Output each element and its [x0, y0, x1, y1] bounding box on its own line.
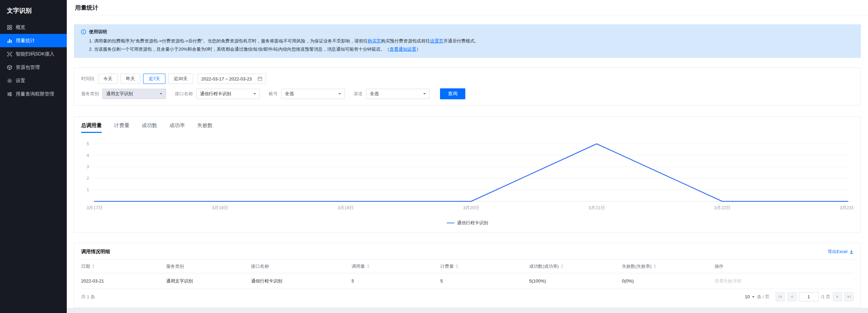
cell-failed: 0(0%) — [622, 273, 715, 289]
content: 使用说明 1. 调用量的扣费顺序为“免费资源包->付费资源包->后付费”。当您的… — [67, 15, 868, 308]
scan-icon — [7, 51, 12, 57]
time-filter-row: 时间段 今天昨天近7天近30天 2022-03-17 ~ 2022-03-23 — [81, 74, 854, 84]
sidebar-item-label: 用量统计 — [16, 38, 35, 44]
notice-line-1: 1. 调用量的扣费顺序为“免费资源包->付费资源包->后付费”。当您的免费资源包… — [89, 37, 854, 45]
sort-icon — [92, 264, 95, 268]
notice-line-2: 2. 当该服务仅剩一个可用资源包，且余量小于20%和余量为0时，系统都会通过微信… — [89, 46, 854, 53]
query-button[interactable]: 查询 — [440, 88, 465, 99]
chevron-down-icon — [160, 93, 162, 96]
svg-text:3月17日: 3月17日 — [86, 205, 103, 210]
sidebar-item-usage-stats[interactable]: 用量统计 — [0, 34, 67, 47]
service-filter-group: 服务类别 通用文字识别 — [81, 89, 166, 99]
time-range-button-3[interactable]: 近30天 — [168, 74, 193, 84]
column-header-7: 操作 — [715, 260, 854, 273]
svg-text:5: 5 — [87, 141, 89, 146]
chart-tab-4[interactable]: 失败数 — [197, 122, 213, 133]
sidebar-item-label: 资源包管理 — [16, 64, 40, 71]
api-name-select[interactable]: 通信行程卡识别 — [196, 89, 260, 99]
svg-text:3月19日: 3月19日 — [337, 205, 354, 210]
time-range-button-0[interactable]: 今天 — [98, 74, 118, 84]
chart-tab-1[interactable]: 计费量 — [114, 122, 129, 133]
usage-detail-table: 日期服务类别接口名称调用量计费量成功数(成功率)失败数(失败率)操作 2022-… — [81, 259, 854, 289]
pagination: 10 条 / 页 /1 页 — [745, 292, 854, 301]
chart-legend[interactable]: 通信行程卡识别 — [81, 219, 854, 229]
account-select[interactable]: 全选 — [281, 89, 345, 99]
sort-icon — [367, 264, 370, 268]
export-excel-link[interactable]: 导出Excel — [828, 249, 854, 255]
svg-text:3: 3 — [87, 164, 89, 169]
column-header-0[interactable]: 日期 — [81, 260, 166, 273]
notice-text: 开通后付费模式。 — [443, 38, 479, 43]
usage-line-chart: 123453月17日3月18日3月19日3月20日3月21日3月22日3月23日 — [81, 138, 854, 219]
sidebar-item-settings[interactable]: 设置 — [0, 74, 67, 87]
chevron-down-icon — [752, 296, 755, 299]
sort-icon — [653, 264, 656, 268]
settings-page-link[interactable]: 设置页 — [430, 38, 443, 43]
view-notification-settings-link[interactable]: 查看通知设置 — [390, 47, 416, 52]
sliders-icon — [7, 91, 12, 97]
channel-value: 全选 — [370, 91, 379, 97]
column-label: 接口名称 — [251, 263, 269, 270]
info-icon — [81, 29, 86, 35]
last-page-button[interactable] — [844, 292, 854, 301]
gear-icon — [7, 78, 12, 84]
sidebar-item-overview[interactable]: 概览 — [0, 21, 67, 34]
chart-metric-tabs: 总调用量计费量成功数成功率失败数 — [81, 122, 854, 133]
page-number-input[interactable] — [799, 292, 819, 301]
sidebar-item-label: 概览 — [16, 24, 25, 30]
svg-text:3月22日: 3月22日 — [714, 205, 730, 210]
chart-tab-3[interactable]: 成功率 — [169, 122, 185, 133]
column-header-1: 服务类别 — [166, 260, 251, 273]
channel-select[interactable]: 全选 — [366, 89, 430, 99]
first-page-button[interactable] — [776, 292, 785, 301]
svg-text:3月20日: 3月20日 — [463, 205, 479, 210]
chart-tab-0[interactable]: 总调用量 — [81, 122, 102, 133]
account-filter-group: 帐号 全选 — [269, 89, 345, 99]
first-page-icon — [778, 295, 782, 299]
column-header-6[interactable]: 失败数(失败率) — [622, 260, 715, 273]
column-header-4[interactable]: 计费量 — [440, 260, 529, 273]
cell-service: 通用文字识别 — [166, 273, 251, 289]
sidebar-item-usage-permission[interactable]: 用量查询权限管理 — [0, 87, 67, 101]
table-footer: 共 1 条 10 条 / 页 — [81, 292, 854, 304]
next-page-button[interactable] — [833, 292, 842, 301]
table-title: 调用情况明细 — [81, 249, 110, 255]
calendar-icon — [257, 76, 262, 81]
sidebar: 文字识别 概览用量统计智能扫码SDK接入资源包管理设置用量查询权限管理 — [0, 0, 67, 313]
time-range-button-2[interactable]: 近7天 — [143, 74, 165, 84]
buy-page-link[interactable]: 购买页 — [368, 38, 381, 43]
service-category-select[interactable]: 通用文字识别 — [102, 89, 166, 99]
notice-text: 购买预付费资源包或前往 — [381, 38, 430, 43]
page-size-select[interactable]: 10 — [745, 294, 754, 299]
package-icon — [7, 65, 12, 70]
app-root: 文字识别 概览用量统计智能扫码SDK接入资源包管理设置用量查询权限管理 用量统计… — [0, 0, 868, 313]
date-range-input[interactable]: 2022-03-17 ~ 2022-03-23 — [198, 74, 266, 84]
table-header-bar: 调用情况明细 导出Excel — [81, 249, 854, 255]
column-label: 成功数(成功率) — [529, 263, 559, 270]
page-bottom-strip — [67, 308, 868, 313]
chevron-down-icon — [423, 93, 426, 96]
usage-notice-banner: 使用说明 1. 调用量的扣费顺序为“免费资源包->付费资源包->后付费”。当您的… — [74, 24, 861, 58]
page-total-text: /1 页 — [821, 294, 830, 300]
sidebar-item-sdk-access[interactable]: 智能扫码SDK接入 — [0, 47, 67, 61]
sort-icon — [561, 264, 564, 268]
time-range-button-1[interactable]: 昨天 — [121, 74, 140, 84]
notice-title: 使用说明 — [89, 29, 107, 35]
previous-page-button[interactable] — [787, 292, 796, 301]
svg-text:2: 2 — [87, 176, 89, 181]
column-header-5[interactable]: 成功数(成功率) — [529, 260, 622, 273]
sidebar-item-resource-packages[interactable]: 资源包管理 — [0, 61, 67, 74]
view-failure-details-link[interactable]: 查看失败详情 — [715, 273, 854, 289]
export-excel-label: 导出Excel — [828, 249, 847, 255]
chart-tab-2[interactable]: 成功数 — [142, 122, 157, 133]
cell-api: 通信行程卡识别 — [251, 273, 351, 289]
column-header-3[interactable]: 调用量 — [352, 260, 440, 273]
time-range-label: 时间段 — [81, 76, 95, 82]
chevron-down-icon — [338, 93, 341, 96]
bar-chart-icon — [7, 38, 12, 43]
chart-card: 总调用量计费量成功数成功率失败数 123453月17日3月18日3月19日3月2… — [74, 116, 861, 233]
previous-page-icon — [790, 295, 794, 299]
service-category-value: 通用文字识别 — [106, 91, 133, 97]
date-range-value: 2022-03-17 ~ 2022-03-23 — [201, 76, 252, 82]
time-range-button-group: 今天昨天近7天近30天 — [98, 74, 196, 84]
